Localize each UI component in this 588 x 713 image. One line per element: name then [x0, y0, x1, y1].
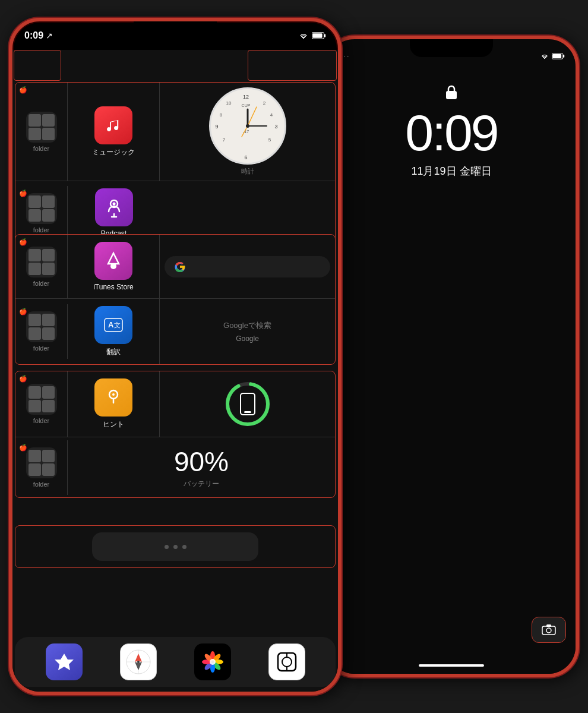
svg-point-51 [210, 659, 216, 665]
battery-label: バッテリー [184, 479, 219, 489]
photos-dock-icon[interactable] [194, 643, 231, 680]
battery-percent-cell: 90% バッテリー [68, 437, 335, 497]
svg-rect-60 [542, 626, 555, 635]
red-outline-top-left [14, 50, 61, 81]
folder-cell-1[interactable]: 🍎 folder [15, 83, 68, 181]
tips-cell[interactable]: ヒント [68, 371, 160, 437]
volume-down-button[interactable] [9, 146, 10, 168]
svg-rect-35 [244, 411, 251, 413]
translate-label: 翻訳 [106, 347, 121, 357]
folder-icon-1 [26, 112, 57, 143]
folder-icon-3 [26, 247, 57, 277]
svg-text:10: 10 [226, 100, 231, 106]
folder-label-5: folder [33, 417, 50, 424]
status-icons-left [299, 32, 326, 39]
battery-widget-cell [160, 371, 335, 437]
lock-icon-container [444, 83, 459, 103]
dot-2 [173, 545, 178, 549]
svg-text:6: 6 [244, 154, 247, 160]
google-widget-label: Google [236, 335, 259, 343]
apple-icon-2: 🍎 [19, 190, 27, 197]
folder-cell-3[interactable]: 🍎 folder [15, 235, 68, 298]
svg-text:8: 8 [219, 112, 222, 118]
svg-text:A: A [108, 320, 114, 329]
tips-icon [94, 378, 132, 417]
lock-date: 11月19日 金曜日 [327, 164, 576, 178]
notch-right [410, 39, 493, 57]
lock-time: 0:09 [327, 103, 576, 162]
mute-switch[interactable] [9, 93, 10, 109]
camera-icon [542, 624, 556, 636]
apple-icon-3: 🍎 [19, 238, 27, 246]
svg-rect-58 [552, 53, 561, 58]
svg-point-19 [246, 124, 249, 128]
google-g-icon [174, 261, 186, 273]
shortcuts-dock-icon[interactable] [46, 643, 83, 680]
right-phone-power[interactable] [578, 131, 579, 173]
svg-text:4: 4 [270, 112, 273, 118]
safari-dock-icon[interactable] [120, 643, 157, 680]
podcast-icon [95, 188, 133, 226]
section3-row2: 🍎 folder 90% バッテリー [15, 437, 335, 497]
folder-icon-2 [26, 193, 57, 224]
svg-text:2: 2 [263, 100, 265, 106]
red-outline-top-right [248, 50, 337, 81]
translate-icon: A 文 [94, 306, 132, 344]
folder-icon-6 [26, 447, 57, 478]
dot-1 [165, 545, 169, 549]
svg-text:5: 5 [268, 137, 271, 143]
tips-label: ヒント [103, 419, 124, 430]
google-widget-cell[interactable] [160, 235, 335, 298]
translate-cell[interactable]: A 文 翻訳 [68, 299, 160, 364]
folder-cell-4[interactable]: 🍎 folder [15, 304, 68, 359]
svg-line-17 [248, 107, 257, 126]
apple-icon-4: 🍎 [19, 308, 27, 316]
power-button[interactable] [341, 122, 342, 164]
lock-icon [444, 83, 459, 101]
dock-area [15, 637, 336, 687]
section2-row2: 🍎 folder A [15, 299, 335, 364]
clock-face: 12 CUP 3 6 9 10 2 8 4 7 5 [209, 87, 286, 165]
mirror-dock-icon[interactable] [268, 643, 305, 680]
folder-label-1: folder [33, 145, 50, 152]
section-1: 🍎 folder ミュージック [15, 82, 336, 245]
svg-point-25 [110, 263, 116, 269]
section-3: 🍎 folder [15, 371, 336, 498]
music-cell[interactable]: ミュージック [68, 83, 160, 181]
wifi-icon-right [540, 53, 549, 59]
svg-marker-24 [108, 253, 119, 264]
svg-text:文: 文 [114, 321, 121, 329]
dock-container [15, 637, 336, 687]
phone-right: ···· [324, 36, 579, 677]
itunes-icon [94, 242, 132, 280]
home-indicator-right [419, 664, 484, 667]
folder-cell-2[interactable]: 🍎 folder [15, 186, 68, 241]
camera-button[interactable] [532, 617, 566, 643]
battery-icon-right [552, 53, 565, 59]
screen-content-right: 0:09 11月19日 金曜日 [327, 39, 576, 674]
svg-text:CUP: CUP [241, 103, 250, 108]
svg-marker-40 [135, 654, 142, 662]
google-pill[interactable] [165, 256, 330, 277]
google-search-text: Googleで検索 [223, 320, 271, 331]
section1-row1: 🍎 folder ミュージック [15, 83, 335, 181]
folder-cell-6[interactable]: 🍎 folder [15, 440, 68, 495]
itunes-cell[interactable]: iTunes Store [68, 235, 160, 298]
apple-icon-5: 🍎 [19, 375, 27, 383]
folder-cell-5[interactable]: 🍎 folder [15, 371, 68, 437]
section-2: 🍎 folder iTunes [15, 234, 336, 365]
status-icons-right [540, 53, 565, 59]
volume-up-button[interactable] [9, 116, 10, 138]
screen-content-left: 🍎 folder ミュージック [12, 50, 338, 692]
music-label: ミュージック [92, 147, 135, 157]
page-dots-container [92, 532, 258, 561]
music-icon [94, 106, 132, 144]
clock-widget-cell[interactable]: 12 CUP 3 6 9 10 2 8 4 7 5 [160, 83, 335, 181]
folder-label-2: folder [33, 226, 50, 234]
clock-label: 時計 [241, 167, 254, 176]
folder-icon-4 [26, 311, 57, 342]
svg-text:12: 12 [242, 94, 248, 100]
svg-text:3: 3 [274, 124, 277, 130]
notch [134, 21, 217, 39]
svg-marker-41 [135, 662, 142, 670]
